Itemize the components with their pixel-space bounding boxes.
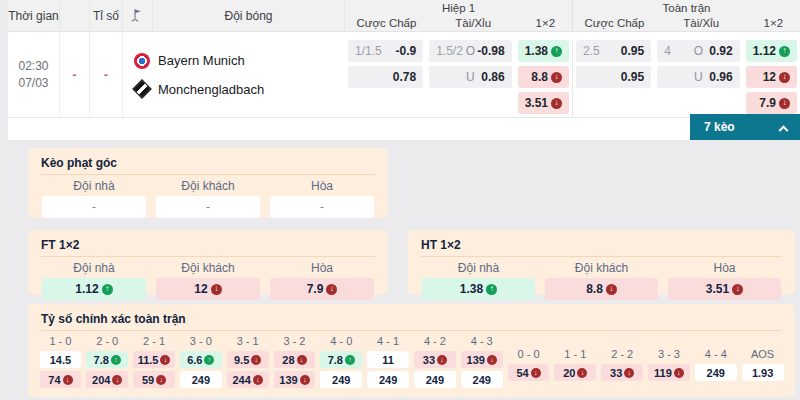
corner-away-cell[interactable]: - bbox=[156, 196, 260, 218]
trend-down-icon: ↓ bbox=[779, 98, 790, 109]
score-odds-cell[interactable]: 249 bbox=[414, 371, 456, 388]
handicap-line: 2.5 bbox=[583, 44, 600, 58]
odds-count-button[interactable]: 7 kèo bbox=[690, 114, 800, 140]
h1-1x2-home-cell[interactable]: 1.38↑ bbox=[518, 40, 569, 62]
odds-value: 249 bbox=[332, 374, 350, 386]
kickoff-date: 07/03 bbox=[18, 76, 48, 90]
score-odds-cell[interactable]: 7.8↑ bbox=[86, 351, 128, 368]
panel-title: Tỷ số chính xác toàn trận bbox=[41, 304, 782, 331]
ft-handicap-away-cell[interactable]: 0.95 bbox=[576, 66, 651, 88]
score-odds-cell[interactable]: 139↓ bbox=[461, 351, 503, 368]
trend-up-icon: ↑ bbox=[102, 284, 113, 295]
score-column-4-3: 4 - 3 139↓ 249 bbox=[458, 334, 505, 388]
score-odds-cell[interactable]: 139↓ bbox=[274, 371, 316, 388]
odds-value: 1.93 bbox=[752, 367, 773, 379]
score-odds-cell[interactable]: 20↓ bbox=[554, 364, 596, 381]
header-first-half: Hiệp 1 bbox=[345, 0, 572, 16]
ht-draw-cell[interactable]: 3.51↓ bbox=[668, 278, 781, 300]
odds-value: 11.5 bbox=[138, 354, 159, 366]
score-label: 2 - 1 bbox=[143, 334, 165, 348]
odds-value: 33 bbox=[423, 354, 435, 366]
score-odds-cell[interactable]: 249 bbox=[180, 371, 222, 388]
ft-1x2-draw-cell[interactable]: 7.9↓ bbox=[746, 92, 797, 114]
odds-value: 119 bbox=[654, 367, 672, 379]
score-odds-cell[interactable]: 74↓ bbox=[40, 371, 82, 388]
ht-1x2-panel: HT 1×2 Đội nhà 1.38↑ Đội khách 8.8↓ Hòa … bbox=[408, 230, 795, 295]
ft-under-cell[interactable]: U 0.96 bbox=[657, 66, 739, 88]
trend-down-icon: ↓ bbox=[211, 284, 222, 295]
ht-away-cell[interactable]: 8.8↓ bbox=[545, 278, 658, 300]
score-label: 4 - 1 bbox=[377, 334, 399, 348]
score-odds-cell[interactable]: 249 bbox=[367, 371, 409, 388]
ft-draw-cell[interactable]: 7.9↓ bbox=[270, 278, 374, 300]
score-odds-cell[interactable]: 11.5↓ bbox=[133, 351, 175, 368]
ht-home-cell[interactable]: 1.38↑ bbox=[422, 278, 535, 300]
corner-draw-cell[interactable]: - bbox=[270, 196, 374, 218]
score-label: 4 - 3 bbox=[471, 334, 493, 348]
score-odds-cell[interactable]: 1.93 bbox=[742, 364, 784, 381]
match-time: 02:30 07/03 bbox=[8, 32, 60, 117]
score-label: 4 - 2 bbox=[424, 334, 446, 348]
score-odds-cell[interactable]: 249 bbox=[695, 364, 737, 381]
score-odds-cell[interactable]: 11 bbox=[367, 351, 409, 368]
odds-value: 14.5 bbox=[50, 354, 71, 366]
odds-value: 204 bbox=[92, 374, 110, 386]
score-odds-cell[interactable]: 249 bbox=[320, 371, 362, 388]
score-odds-cell[interactable]: 249 bbox=[461, 371, 503, 388]
ft-over-cell[interactable]: 4 O 0.92 bbox=[657, 40, 739, 62]
h1-handicap-away-cell[interactable]: 0.78 bbox=[348, 66, 423, 88]
ft-home-cell[interactable]: 1.12↑ bbox=[42, 278, 146, 300]
score-odds-cell[interactable]: 33↓ bbox=[414, 351, 456, 368]
col-label-home: Đội nhà bbox=[458, 261, 499, 275]
odds-value: 9.5 bbox=[234, 354, 249, 366]
trend-down-icon: ↓ bbox=[160, 355, 170, 365]
corner-home-cell[interactable]: - bbox=[42, 196, 146, 218]
ft-1x2-away-cell[interactable]: 12↓ bbox=[746, 66, 797, 88]
home-team-link[interactable]: Bayern Munich bbox=[134, 53, 345, 69]
h1-1x2-draw-cell[interactable]: 3.51↓ bbox=[518, 92, 569, 114]
trend-down-icon: ↓ bbox=[253, 375, 263, 385]
score-odds-cell[interactable]: 14.5 bbox=[40, 351, 82, 368]
score-odds-cell[interactable]: 9.5↓ bbox=[227, 351, 269, 368]
score-column-2-2: 2 - 2 33↓ bbox=[599, 334, 646, 388]
score-odds-cell[interactable]: 119↓ bbox=[648, 364, 690, 381]
score-odds-cell[interactable]: 7.8↑ bbox=[320, 351, 362, 368]
ft-away-cell[interactable]: 12↓ bbox=[156, 278, 260, 300]
trend-down-icon: ↓ bbox=[577, 368, 587, 378]
score-label: 4 - 4 bbox=[705, 347, 727, 361]
score-odds-cell[interactable]: 33↓ bbox=[601, 364, 643, 381]
score-odds-cell[interactable]: 28↓ bbox=[274, 351, 316, 368]
header-over-under-ft: Tài/Xỉu bbox=[656, 16, 747, 32]
chevron-up-icon bbox=[779, 125, 789, 135]
score-odds-cell[interactable]: 204↓ bbox=[86, 371, 128, 388]
trend-down-icon: ↓ bbox=[300, 375, 310, 385]
col-label-away: Đội khách bbox=[575, 261, 628, 275]
ft-1x2-home-cell[interactable]: 1.12↑ bbox=[746, 40, 797, 62]
away-team-link[interactable]: Monchengladbach bbox=[134, 82, 345, 97]
score-odds-cell[interactable]: 6.6↑ bbox=[180, 351, 222, 368]
score-odds-cell[interactable]: 244↓ bbox=[227, 371, 269, 388]
ft-handicap-home-cell[interactable]: 2.5 0.95 bbox=[576, 40, 651, 62]
ou-line: 1.5/2 bbox=[436, 44, 464, 58]
h1-handicap-home-cell[interactable]: 1/1.5 -0.9 bbox=[348, 40, 423, 62]
teams-cell: Bayern Munich Monchengladbach bbox=[123, 32, 345, 117]
col-label-away: Đội khách bbox=[181, 179, 234, 193]
odds-value: 1.12 bbox=[75, 282, 98, 296]
score-column-3-1: 3 - 1 9.5↓ 244↓ bbox=[224, 334, 271, 388]
h1-over-cell[interactable]: 1.5/2 O -0.98 bbox=[429, 40, 511, 62]
odds-value: 3.51 bbox=[706, 282, 729, 296]
panel-title: Kèo phạt góc bbox=[41, 148, 375, 175]
score-odds-cell[interactable]: 59↓ bbox=[133, 371, 175, 388]
score-label: 3 - 3 bbox=[658, 347, 680, 361]
trend-down-icon: ↓ bbox=[732, 284, 743, 295]
score-odds-cell[interactable]: 54↓ bbox=[508, 364, 550, 381]
header-full-match: Toàn trận bbox=[572, 0, 800, 16]
trend-down-icon: ↓ bbox=[624, 368, 634, 378]
corner-odds-panel: Kèo phạt góc Đội nhà - Đội khách - Hòa - bbox=[28, 148, 388, 218]
odds-value: 1.38 bbox=[525, 44, 548, 58]
col-label-away: Đội khách bbox=[181, 261, 234, 275]
score-label: 2 - 0 bbox=[96, 334, 118, 348]
h1-1x2-away-cell[interactable]: 8.8↓ bbox=[518, 66, 569, 88]
h1-under-cell[interactable]: U 0.86 bbox=[429, 66, 511, 88]
trend-down-icon: ↓ bbox=[487, 355, 497, 365]
